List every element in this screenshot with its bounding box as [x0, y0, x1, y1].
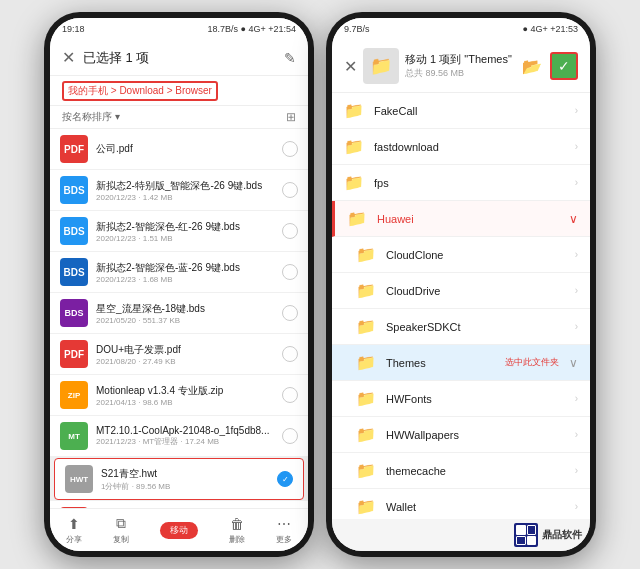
file-meta: 2020/12/23 · 1.42 MB [96, 193, 274, 202]
list-item[interactable]: 📁 HWFonts › [332, 381, 590, 417]
chevron-icon: › [575, 249, 578, 260]
folder-icon: 📁 [344, 101, 364, 120]
file-meta: 2021/04/13 · 98.6 MB [96, 398, 274, 407]
folder-name: CloudClone [386, 249, 565, 261]
share-button[interactable]: ⬆ 分享 [66, 516, 82, 545]
breadcrumb[interactable]: 我的手机 > Download > Browser [62, 81, 218, 101]
folder-icon: 📁 [356, 281, 376, 300]
list-item[interactable]: 📁 Wallet › [332, 489, 590, 519]
folder-name: Wallet [386, 501, 565, 513]
folder-name: fps [374, 177, 565, 189]
file-name: MT2.10.1-CoolApk-21048-o_1fq5db8... [96, 425, 274, 436]
folder-size-text: 总共 89.56 MB [405, 67, 512, 80]
list-item[interactable]: MT MT2.10.1-CoolApk-21048-o_1fq5db8... 2… [50, 416, 308, 457]
file-info: 新拟态2-特别版_智能深色-26 9键.bds 2020/12/23 · 1.4… [96, 179, 274, 202]
chevron-icon: › [575, 105, 578, 116]
phone-1: 19:18 18.7B/s ● 4G+ +21:54 ✕ 已选择 1 项 ✎ 我… [44, 12, 314, 557]
folder-name: Huawei [377, 213, 559, 225]
list-item[interactable]: 📁 CloudClone › [332, 237, 590, 273]
list-item[interactable]: 📁 CloudDrive › [332, 273, 590, 309]
folder-icon: 📁 [356, 317, 376, 336]
file-checkbox[interactable] [282, 141, 298, 157]
list-item[interactable]: 📁 fps › [332, 165, 590, 201]
file-name: 新拟态2-智能深色-红-26 9键.bds [96, 220, 274, 234]
file-checkbox[interactable] [282, 346, 298, 362]
list-item[interactable]: 📁 HWWallpapers › [332, 417, 590, 453]
file-type-icon: MT [60, 422, 88, 450]
list-item[interactable]: PDF DOU+电子发票.pdf 2021/08/20 · 27.49 KB [50, 334, 308, 375]
chevron-icon: › [575, 285, 578, 296]
file-info: 公司.pdf [96, 142, 274, 156]
file-checkbox[interactable] [282, 182, 298, 198]
share-label: 分享 [66, 534, 82, 545]
select-folder-button[interactable]: 选中此文件夹 [505, 356, 559, 369]
file-name: S21青空.hwt [101, 467, 269, 481]
file-checkbox[interactable] [282, 223, 298, 239]
file-checkbox[interactable] [282, 428, 298, 444]
sort-label[interactable]: 按名称排序 ▾ [62, 110, 120, 124]
list-item[interactable]: BDS 星空_流星深色-18键.bds 2021/05/20 · 551.37 … [50, 293, 308, 334]
move-button[interactable]: 移动 [160, 522, 198, 539]
more-button[interactable]: ⋯ 更多 [276, 516, 292, 545]
list-item[interactable]: PDF TB1nHL13eH2gK0jSZJnXXaT1FXa.pdf 2020… [50, 501, 308, 508]
file-name: 新拟态2-特别版_智能深色-26 9键.bds [96, 179, 274, 193]
move-btn-bg: 移动 [160, 522, 198, 539]
close-button[interactable]: ✕ [62, 48, 75, 67]
file-checkbox-checked[interactable]: ✓ [277, 471, 293, 487]
chevron-icon: › [575, 177, 578, 188]
logo-cell-1 [516, 525, 526, 535]
list-item[interactable]: BDS 新拟态2-智能深色-蓝-26 9键.bds 2020/12/23 · 1… [50, 252, 308, 293]
file-checkbox[interactable] [282, 387, 298, 403]
folder-icon: 📁 [356, 461, 376, 480]
file-type-icon: PDF [60, 507, 88, 508]
folder-nav-icon[interactable]: 📂 [522, 57, 542, 76]
list-item[interactable]: 📁 fastdownload › [332, 129, 590, 165]
list-item[interactable]: PDF 公司.pdf [50, 129, 308, 170]
file-type-icon: BDS [60, 299, 88, 327]
chevron-icon: › [575, 393, 578, 404]
file-type-icon: ZIP [60, 381, 88, 409]
list-item-themes[interactable]: 📁 Themes 选中此文件夹 ∨ [332, 345, 590, 381]
file-name: Motionleap v1.3.4 专业版.zip [96, 384, 274, 398]
file-info: 新拟态2-智能深色-红-26 9键.bds 2020/12/23 · 1.51 … [96, 220, 274, 243]
grid-view-icon[interactable]: ⊞ [286, 110, 296, 124]
list-item[interactable]: BDS 新拟态2-智能深色-红-26 9键.bds 2020/12/23 · 1… [50, 211, 308, 252]
file-meta: 2020/12/23 · 1.68 MB [96, 275, 274, 284]
list-item[interactable]: ZIP Motionleap v1.3.4 专业版.zip 2021/04/13… [50, 375, 308, 416]
file-type-icon: PDF [60, 340, 88, 368]
status-time-1: 19:18 [62, 24, 85, 34]
file-checkbox[interactable] [282, 264, 298, 280]
folder-name: FakeCall [374, 105, 565, 117]
folder-header-left: ✕ 📁 移动 1 项到 "Themes" 总共 89.56 MB [344, 48, 512, 84]
file-manager-header: ✕ 已选择 1 项 ✎ [50, 40, 308, 76]
folder-icon: 📁 [356, 353, 376, 372]
list-item[interactable]: 📁 SpeakerSDKCt › [332, 309, 590, 345]
folder-icon: 📁 [344, 173, 364, 192]
file-name: 星空_流星深色-18键.bds [96, 302, 274, 316]
delete-icon: 🗑 [230, 516, 244, 532]
list-item-selected[interactable]: HWT S21青空.hwt 1分钟前 · 89.56 MB ✓ [54, 458, 304, 500]
copy-button[interactable]: ⧉ 复制 [113, 515, 129, 545]
chevron-icon: › [575, 141, 578, 152]
status-bar-1: 19:18 18.7B/s ● 4G+ +21:54 [50, 18, 308, 40]
confirm-button[interactable]: ✓ [550, 52, 578, 80]
move-destination-text: 移动 1 项到 "Themes" [405, 52, 512, 67]
list-item[interactable]: BDS 新拟态2-特别版_智能深色-26 9键.bds 2020/12/23 ·… [50, 170, 308, 211]
file-checkbox[interactable] [282, 305, 298, 321]
folder-picker-header: ✕ 📁 移动 1 项到 "Themes" 总共 89.56 MB 📂 ✓ [332, 40, 590, 93]
file-type-icon: PDF [60, 135, 88, 163]
file-type-icon: BDS [60, 217, 88, 245]
delete-button[interactable]: 🗑 删除 [229, 516, 245, 545]
list-item[interactable]: 📁 themecache › [332, 453, 590, 489]
phones-container: 19:18 18.7B/s ● 4G+ +21:54 ✕ 已选择 1 项 ✎ 我… [0, 0, 640, 569]
folder-close-button[interactable]: ✕ [344, 57, 357, 76]
edit-button[interactable]: ✎ [284, 50, 296, 66]
selection-count: 已选择 1 项 [83, 49, 149, 67]
expand-icon: ∨ [569, 356, 578, 370]
folder-name: HWFonts [386, 393, 565, 405]
logo-cell-3 [516, 536, 526, 546]
list-item-huawei[interactable]: 📁 Huawei ∨ [332, 201, 590, 237]
list-item[interactable]: 📁 FakeCall › [332, 93, 590, 129]
folder-list: 📁 FakeCall › 📁 fastdownload › 📁 fps › 📁 [332, 93, 590, 519]
breadcrumb-bar: 我的手机 > Download > Browser [50, 76, 308, 106]
